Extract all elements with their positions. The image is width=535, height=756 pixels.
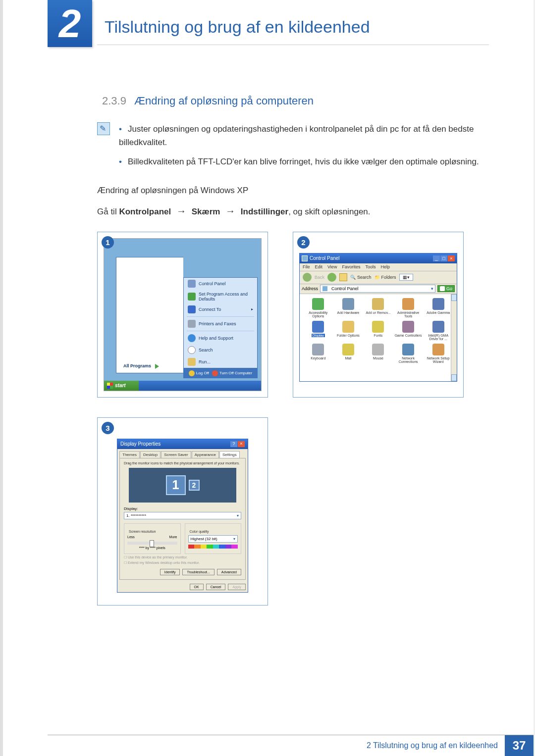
address-bar: Address Control Panel ▾ Go: [300, 284, 457, 294]
troubleshoot-button[interactable]: Troubleshoot...: [182, 569, 214, 575]
help-button[interactable]: ?: [230, 441, 237, 447]
control-panel-item-label: Intel(R) GMA Driver for ...: [424, 334, 453, 341]
advanced-button[interactable]: Advanced: [217, 569, 241, 575]
resolution-slider[interactable]: [127, 542, 177, 545]
forward-button[interactable]: [327, 273, 336, 282]
extend-desktop-checkbox[interactable]: ☐ Extend my Windows desktop onto this mo…: [124, 561, 241, 565]
logoff-icon: [189, 370, 195, 376]
tab-themes[interactable]: Themes: [119, 451, 140, 458]
address-input[interactable]: Control Panel ▾: [320, 285, 435, 293]
tab-screensaver[interactable]: Screen Saver: [161, 451, 191, 458]
apply-button[interactable]: Apply: [228, 584, 246, 590]
go-button[interactable]: Go: [437, 285, 455, 292]
dialog-buttons: OK Cancel Apply: [117, 582, 248, 592]
control-panel-item[interactable]: Adobe Gamma: [424, 298, 453, 318]
monitor-1[interactable]: 1: [166, 475, 186, 495]
run-icon: [188, 358, 196, 366]
control-panel-body: Accessibility OptionsAdd HardwareAdd or …: [300, 294, 457, 381]
page-number: 37: [505, 735, 534, 756]
section-heading: 2.3.9 Ændring af opløsning på computeren: [102, 95, 534, 107]
scrollbar[interactable]: [451, 294, 457, 381]
control-panel-item[interactable]: Accessibility Options: [304, 298, 333, 318]
control-panel-item[interactable]: Folder Options: [334, 321, 363, 341]
color-quality-combo[interactable]: Highest (32 bit): [188, 535, 238, 543]
control-panel-item-label: Folder Options: [337, 334, 360, 337]
address-label: Address: [302, 286, 318, 291]
chapter-header: 2 Tilslutning og brug af en kildeenhed: [3, 0, 534, 59]
menu-bar: File Edit View Favorites Tools Help: [300, 263, 457, 271]
control-panel-item[interactable]: Keyboard: [304, 344, 333, 363]
control-panel-item[interactable]: Add Hardware: [334, 298, 363, 318]
windows-logo-icon: [107, 383, 113, 389]
menu-item-printers-faxes[interactable]: Printers and Faxes: [184, 318, 257, 330]
minimize-button[interactable]: _: [433, 255, 440, 261]
control-panel-item-icon: [342, 298, 354, 310]
menu-help[interactable]: Help: [380, 264, 390, 269]
menu-item-program-access[interactable]: Set Program Access and Defaults: [184, 290, 257, 303]
close-button[interactable]: ×: [448, 255, 455, 261]
tab-desktop[interactable]: Desktop: [140, 451, 160, 458]
info-bullet-2: Billedkvaliteten på TFT-LCD'er kan blive…: [119, 155, 489, 168]
display-combo[interactable]: 1. **********: [124, 512, 241, 519]
menu-view[interactable]: View: [327, 264, 337, 269]
control-panel-item[interactable]: Network Setup Wizard: [424, 344, 453, 363]
settings-panel: Drag the monitor icons to match the phys…: [119, 458, 246, 580]
ok-button[interactable]: OK: [190, 584, 204, 590]
close-button[interactable]: ×: [238, 441, 245, 447]
control-panel-window: Control Panel _ □ × File Edit View Favor…: [299, 253, 457, 382]
identify-button[interactable]: Identify: [160, 569, 180, 575]
tab-appearance[interactable]: Appearance: [192, 451, 219, 458]
views-button[interactable]: ▦▾: [399, 274, 413, 281]
up-button[interactable]: [339, 273, 347, 281]
menu-item-control-panel[interactable]: Control Panel: [184, 278, 257, 290]
control-panel-item[interactable]: Mouse: [364, 344, 393, 363]
monitor-arrangement[interactable]: 1 2: [129, 468, 236, 503]
back-button[interactable]: [303, 273, 312, 282]
subheading: Ændring af opløsningen på Windows XP: [97, 186, 534, 196]
log-off-button[interactable]: Log Off: [189, 370, 209, 376]
control-panel-item[interactable]: Mail: [334, 344, 363, 363]
search-button[interactable]: 🔍Search: [350, 275, 372, 280]
menu-item-connect-to[interactable]: Connect To ▸: [184, 303, 257, 315]
control-panel-item[interactable]: Fonts: [364, 321, 393, 341]
all-programs[interactable]: All Programs: [123, 363, 159, 369]
menu-item-run[interactable]: Run...: [184, 356, 257, 368]
path-step-2: Skærm: [192, 207, 220, 216]
menu-separator: [187, 316, 254, 317]
control-panel-item-icon: [312, 321, 324, 333]
info-list: Juster opløsningen og opdateringshastigh…: [119, 122, 489, 175]
control-panel-item[interactable]: Display: [304, 321, 333, 341]
start-button[interactable]: start: [104, 381, 139, 391]
start-menu-right-panel: Control Panel Set Program Access and Def…: [183, 277, 258, 368]
menu-file[interactable]: File: [303, 264, 310, 269]
turn-off-button[interactable]: Turn Off Computer: [212, 370, 252, 376]
control-panel-item-label: Add or Remov...: [366, 311, 390, 314]
control-panel-item-icon: [312, 344, 324, 355]
folders-button[interactable]: 📁Folders: [374, 275, 396, 280]
slider-min-label: Less: [127, 535, 135, 539]
control-panel-item-icon: [372, 298, 384, 310]
control-panel-item[interactable]: Administrative Tools: [394, 298, 423, 318]
primary-monitor-checkbox[interactable]: ☐ Use this device as the primary monitor…: [124, 555, 241, 559]
control-panel-item[interactable]: Network Connections: [394, 344, 423, 363]
monitor-2[interactable]: 2: [189, 480, 200, 491]
control-panel-item[interactable]: Game Controllers: [394, 321, 423, 341]
maximize-button[interactable]: □: [440, 255, 447, 261]
control-panel-item[interactable]: Add or Remov...: [364, 298, 393, 318]
control-panel-item-label: Network Setup Wizard: [424, 356, 453, 363]
menu-favorites[interactable]: Favorites: [342, 264, 360, 269]
menu-edit[interactable]: Edit: [315, 264, 323, 269]
tab-settings[interactable]: Settings: [219, 451, 240, 458]
menu-item-search[interactable]: Search: [184, 344, 257, 356]
cancel-button[interactable]: Cancel: [206, 584, 226, 590]
menu-tools[interactable]: Tools: [365, 264, 375, 269]
start-menu-left-panel: All Programs: [116, 257, 183, 373]
path-step-3: Indstillinger: [241, 207, 288, 216]
menu-item-help-support[interactable]: Help and Support: [184, 332, 257, 344]
control-panel-item-label: Fonts: [374, 334, 383, 337]
footer-chapter-text: 2 Tilslutning og brug af en kildeenhed: [367, 741, 505, 750]
control-panel-item[interactable]: Intel(R) GMA Driver for ...: [424, 321, 453, 341]
screenshot-3-display-properties: 3 Display Properties ? × Themes Desktop …: [97, 417, 268, 605]
control-panel-icon: [302, 255, 308, 261]
desktop: All Programs Control Panel Set Program A…: [104, 238, 262, 391]
